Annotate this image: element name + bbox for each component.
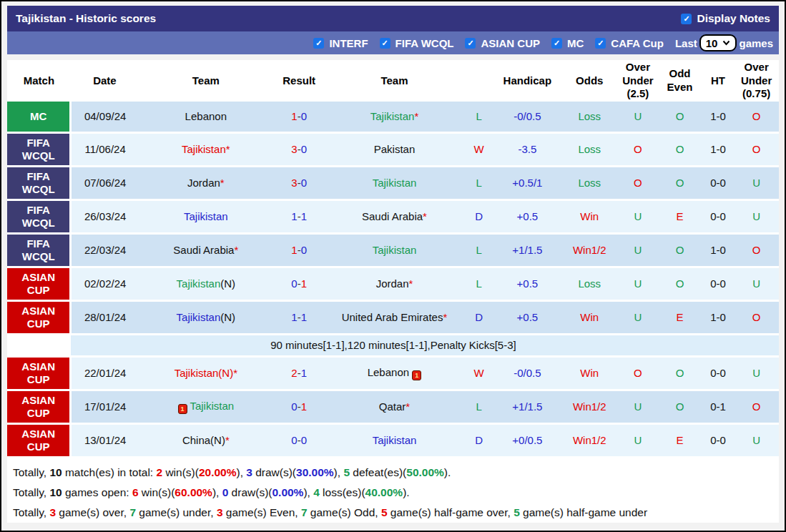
checkbox-checked-icon[interactable]: ✓ [380, 38, 390, 49]
team-name: Qatar [379, 400, 406, 413]
team-name: Tajikistan [182, 143, 226, 155]
historic-scores-panel: Tajikistan - Historic scores ✓ Display N… [0, 0, 786, 532]
competition-badge: MC [7, 102, 71, 132]
away-score: 1 [301, 210, 307, 222]
summary-segment: 20.00% [199, 466, 237, 478]
result-letter-cell: W [463, 356, 493, 390]
away-score: 0 [301, 244, 307, 256]
over-under-075-cell: O [734, 132, 779, 166]
odd-even-cell: O [657, 132, 702, 166]
over-under-075-cell: O [734, 390, 779, 423]
result-letter-cell: L [463, 233, 493, 267]
summary-line: Totally, 10 games open: 6 win(s)(60.00%)… [9, 483, 777, 503]
summary-segment: win(s)( [139, 486, 175, 498]
team-name: Tajikistan [373, 434, 417, 446]
odd-even-cell: O [657, 166, 702, 200]
result-letter-cell: W [463, 132, 493, 166]
over-under-25-cell: U [619, 300, 658, 334]
display-notes-toggle[interactable]: ✓ Display Notes [681, 12, 770, 25]
odd-even-cell: O [657, 233, 702, 267]
filter-cafa-cup[interactable]: ✓CAFA Cup [595, 37, 664, 49]
away-team-cell: Pakistan [325, 132, 464, 166]
checkbox-checked-icon[interactable]: ✓ [681, 14, 692, 24]
home-team-cell: Tajikistan [139, 200, 273, 233]
odds-cell: Win1/2 [561, 233, 619, 267]
score-cell: 1-1 [273, 300, 325, 334]
odd-even-cell: E [657, 300, 702, 334]
ht-score-cell: 0-1 [702, 390, 734, 423]
neutral-marker: (N) [210, 434, 225, 446]
home-team-cell: China(N)* [139, 423, 273, 457]
summary-segment: 6 [132, 486, 139, 498]
summary-segment: ). [403, 486, 409, 498]
summary-segment: game(s) Odd, [308, 506, 381, 518]
column-header-handicap: Handicap [494, 60, 561, 102]
handicap-cell: -0/0.5 [494, 102, 561, 132]
star-marker: * [234, 244, 238, 256]
ht-score-cell: 0-0 [702, 200, 734, 233]
filter-asian-cup[interactable]: ✓ASIAN CUP [465, 37, 540, 49]
competition-badge: ASIAN CUP [7, 390, 71, 423]
team-name: Tajikistan [175, 367, 219, 379]
date-cell: 28/01/24 [71, 300, 139, 334]
checkbox-checked-icon[interactable]: ✓ [551, 38, 562, 49]
odds-cell: Win [561, 356, 619, 390]
last-games-value: 10 [706, 37, 718, 49]
home-team-cell: Tajikistan(N)* [139, 356, 273, 390]
competition-badge: ASIAN CUP [7, 423, 71, 457]
summary-segment: game(s) under, [136, 506, 217, 518]
summary-segment: defeat(es)( [350, 466, 406, 478]
home-team-cell: Tajikistan(N) [139, 300, 273, 334]
over-under-25-cell: U [619, 267, 658, 300]
filter-interf[interactable]: ✓INTERF [313, 37, 368, 49]
match-row: ASIAN CUP13/01/24China(N)*0-0TajikistanD… [7, 423, 779, 457]
away-team-cell: Tajikistan [325, 166, 464, 200]
away-team-cell: Saudi Arabia* [325, 200, 464, 233]
summary-segment: games open: [62, 486, 132, 498]
odd-even-cell: E [657, 200, 702, 233]
team-name: Saudi Arabia [362, 210, 423, 222]
away-score: 1 [301, 277, 307, 290]
checkbox-checked-icon[interactable]: ✓ [595, 38, 606, 49]
summary-segment: 5 [514, 506, 520, 518]
matches-table: Match Date Team Result Team Handicap Odd… [7, 60, 779, 458]
filter-label: MC [567, 37, 584, 49]
odd-even-cell: E [657, 423, 702, 457]
result-letter-cell: L [463, 390, 493, 423]
summary-segment: loss(es)( [320, 486, 365, 498]
team-name: Saudi Arabia [173, 244, 234, 256]
team-name: Tajikistan [177, 277, 221, 290]
competition-badge: ASIAN CUP [7, 300, 71, 334]
checkbox-checked-icon[interactable]: ✓ [465, 38, 476, 49]
star-marker: * [443, 311, 447, 323]
team-name: United Arab Emirates [342, 311, 443, 323]
home-team-cell: Tajikistan* [139, 132, 273, 166]
over-under-25-cell: O [619, 132, 658, 166]
team-name: Jordan [376, 277, 409, 290]
handicap-cell: +1/1.5 [494, 390, 561, 423]
title-bar: Tajikistan - Historic scores ✓ Display N… [7, 6, 779, 31]
last-games-select[interactable]: 10 [699, 34, 737, 51]
score-cell: 3-0 [273, 166, 325, 200]
away-team-cell: Tajikistan* [325, 102, 464, 132]
team-name: Tajikistan [177, 311, 221, 323]
summary-segment: match(es) in total: [62, 466, 157, 478]
date-cell: 02/02/24 [71, 267, 139, 300]
score-cell: 0-1 [273, 390, 325, 423]
match-row: FIFA WCQL26/03/24Tajikistan1-1Saudi Arab… [7, 200, 779, 233]
ht-score-cell: 1-0 [702, 233, 734, 267]
star-marker: * [226, 143, 230, 155]
filter-mc[interactable]: ✓MC [551, 37, 584, 49]
odd-even-cell: O [657, 102, 702, 132]
summary-segment: draw(s)( [252, 466, 296, 478]
filter-label: INTERF [329, 37, 368, 49]
match-note: 90 minutes[1-1],120 minutes[1-1],Penalty… [71, 334, 779, 356]
filter-fifa-wcql[interactable]: ✓FIFA WCQL [380, 37, 454, 49]
ht-score-cell: 0-0 [702, 423, 734, 457]
column-header-wdl [463, 60, 493, 102]
ht-score-cell: 1-0 [702, 300, 734, 334]
ht-score-cell: 0-0 [702, 267, 734, 300]
team-name: Tajikistan [373, 244, 417, 256]
date-cell: 26/03/24 [71, 200, 139, 233]
checkbox-checked-icon[interactable]: ✓ [313, 38, 324, 49]
